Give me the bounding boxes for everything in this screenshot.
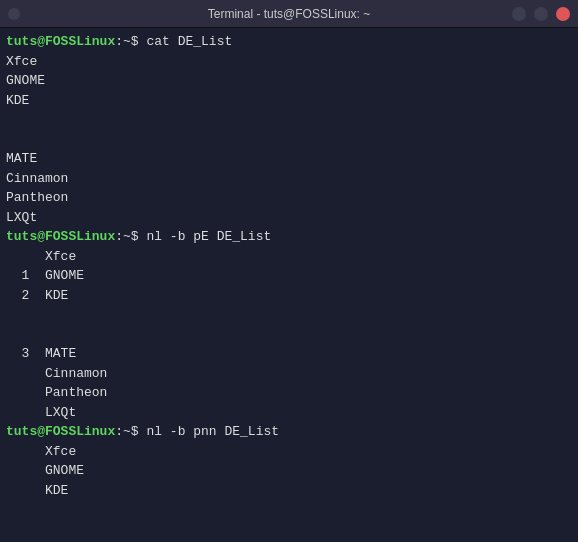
prompt: tuts@FOSSLinux — [6, 229, 115, 244]
terminal-line — [6, 325, 572, 345]
terminal-line: 3 MATE — [6, 344, 572, 364]
terminal-line: GNOME — [6, 71, 572, 91]
terminal-line: Xfce — [6, 52, 572, 72]
close-button[interactable]: ✕ — [556, 7, 570, 21]
terminal-line — [6, 520, 572, 540]
command: :~$ nl -b pE DE_List — [115, 229, 271, 244]
command: :~$ nl -b pnn DE_List — [115, 424, 279, 439]
terminal-line — [6, 500, 572, 520]
window-title: Terminal - tuts@FOSSLinux: ~ — [208, 7, 371, 21]
terminal-line: Cinnamon — [6, 169, 572, 189]
terminal-line: KDE — [6, 481, 572, 501]
command: :~$ cat DE_List — [115, 34, 232, 49]
terminal-line: tuts@FOSSLinux:~$ cat DE_List — [6, 32, 572, 52]
minimize-button[interactable]: _ — [512, 7, 526, 21]
terminal-line — [6, 305, 572, 325]
prompt: tuts@FOSSLinux — [6, 424, 115, 439]
terminal-line: 1 GNOME — [6, 266, 572, 286]
title-bar-left — [8, 8, 20, 20]
menu-icon — [8, 8, 20, 20]
terminal-line: Cinnamon — [6, 364, 572, 384]
terminal-line: GNOME — [6, 461, 572, 481]
terminal-line: Xfce — [6, 442, 572, 462]
restore-button[interactable]: ⟳ — [534, 7, 548, 21]
prompt: tuts@FOSSLinux — [6, 34, 115, 49]
title-bar: Terminal - tuts@FOSSLinux: ~ _ ⟳ ✕ — [0, 0, 578, 28]
terminal-line: LXQt — [6, 208, 572, 228]
terminal-line: 2 KDE — [6, 286, 572, 306]
window-controls: _ ⟳ ✕ — [512, 7, 570, 21]
terminal-line: Xfce — [6, 247, 572, 267]
terminal-line: KDE — [6, 91, 572, 111]
terminal-line: LXQt — [6, 403, 572, 423]
terminal-line: Pantheon — [6, 188, 572, 208]
terminal-line — [6, 110, 572, 130]
terminal-line: tuts@FOSSLinux:~$ nl -b pnn DE_List — [6, 422, 572, 442]
terminal-line: tuts@FOSSLinux:~$ nl -b pE DE_List — [6, 227, 572, 247]
terminal-line — [6, 130, 572, 150]
terminal-line: MATE — [6, 149, 572, 169]
terminal-body: tuts@FOSSLinux:~$ cat DE_List Xfce GNOME… — [0, 28, 578, 542]
terminal-line: Pantheon — [6, 383, 572, 403]
